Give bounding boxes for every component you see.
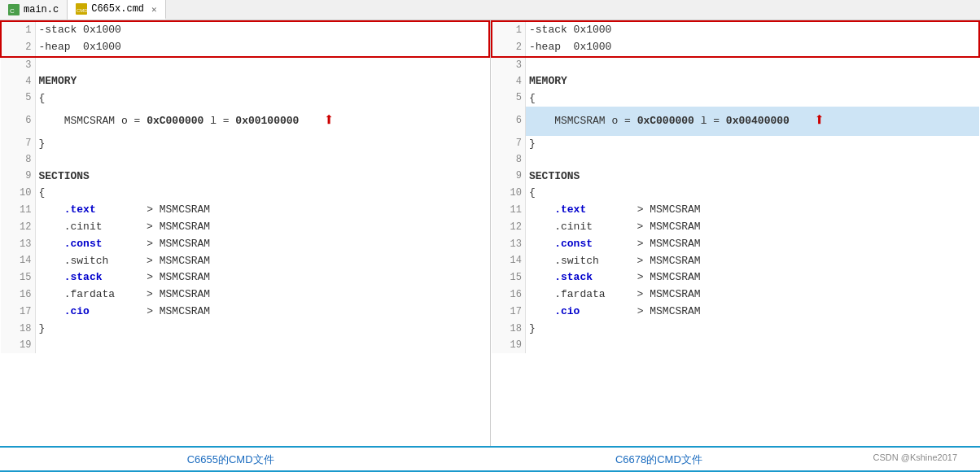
line-number: 2 (1, 39, 35, 57)
line-code (35, 152, 489, 168)
line-code: .stack > MSMCSRAM (35, 269, 489, 286)
table-row: 6 MSMCSRAM o = 0xC000000 l = 0x00100000⬆ (1, 107, 489, 135)
line-code: SECTIONS (526, 168, 980, 186)
line-code: .cinit > MSMCSRAM (526, 219, 980, 236)
table-row: 13 .const > MSMCSRAM (1, 236, 489, 253)
line-code (526, 152, 980, 168)
up-arrow-icon: ⬆ (814, 107, 825, 135)
caption-right: C6678的CMD文件 (444, 452, 873, 467)
line-code: .text > MSMCSRAM (526, 202, 980, 219)
table-row: 2-heap 0x1000 (492, 39, 980, 57)
right-caption-text: C6678的CMD文件 (615, 453, 702, 465)
line-number: 13 (1, 236, 35, 253)
line-number: 5 (1, 90, 35, 107)
line-code: .cio > MSMCSRAM (526, 304, 980, 321)
line-number: 17 (492, 304, 526, 321)
table-row: 5{ (1, 90, 489, 107)
table-row: 18} (1, 321, 489, 338)
line-number: 16 (1, 286, 35, 304)
line-number: 18 (492, 321, 526, 338)
line-code: { (35, 90, 489, 107)
tab-close-icon[interactable]: ✕ (151, 4, 157, 15)
line-code: { (35, 185, 489, 202)
table-row: 11 .text > MSMCSRAM (492, 202, 980, 219)
tab-main-c-label: main.c (24, 4, 59, 15)
line-code: MEMORY (526, 73, 980, 90)
tab-cmd[interactable]: CMD C665x.cmd ✕ (68, 0, 165, 20)
table-row: 19 (1, 338, 489, 353)
line-number: 16 (492, 286, 526, 304)
line-number: 1 (492, 21, 526, 39)
line-code: SECTIONS (35, 168, 489, 186)
line-number: 11 (492, 202, 526, 219)
line-number: 17 (1, 304, 35, 321)
left-caption-text: C6655的CMD文件 (187, 453, 274, 465)
line-code (35, 338, 489, 353)
table-row: 19 (492, 338, 980, 353)
table-row: 12 .cinit > MSMCSRAM (1, 219, 489, 236)
line-number: 3 (492, 57, 526, 73)
line-number: 11 (1, 202, 35, 219)
table-row: 18} (492, 321, 980, 338)
line-number: 12 (492, 219, 526, 236)
line-number: 4 (492, 73, 526, 90)
table-row: 10{ (1, 185, 489, 202)
line-code: .stack > MSMCSRAM (526, 269, 980, 286)
line-number: 8 (492, 152, 526, 168)
line-code: .switch > MSMCSRAM (526, 253, 980, 270)
table-row: 4MEMORY (492, 73, 980, 90)
table-row: 10{ (492, 185, 980, 202)
right-code-area[interactable]: 1-stack 0x10002-heap 0x100034MEMORY5{6 M… (491, 20, 981, 446)
right-code-table: 1-stack 0x10002-heap 0x100034MEMORY5{6 M… (491, 20, 981, 353)
left-code-table: 1-stack 0x10002-heap 0x100034MEMORY5{6 M… (0, 20, 490, 353)
line-code: MSMCSRAM o = 0xC000000 l = 0x00100000⬆ (35, 107, 489, 135)
table-row: 9SECTIONS (492, 168, 980, 186)
table-row: 17 .cio > MSMCSRAM (1, 304, 489, 321)
tab-main-c[interactable]: C main.c (0, 0, 68, 20)
line-number: 2 (492, 39, 526, 57)
line-number: 6 (1, 107, 35, 135)
line-code: -stack 0x1000 (35, 21, 489, 39)
line-code: .text > MSMCSRAM (35, 202, 489, 219)
line-code: { (526, 90, 980, 107)
line-number: 3 (1, 57, 35, 73)
line-code: .switch > MSMCSRAM (35, 253, 489, 270)
table-row: 1-stack 0x1000 (1, 21, 489, 39)
table-row: 16 .fardata > MSMCSRAM (1, 286, 489, 304)
table-row: 15 .stack > MSMCSRAM (492, 269, 980, 286)
table-row: 9SECTIONS (1, 168, 489, 186)
svg-text:C: C (10, 7, 15, 15)
table-row: 13 .const > MSMCSRAM (492, 236, 980, 253)
line-code: MEMORY (35, 73, 489, 90)
line-number: 19 (492, 338, 526, 353)
line-code: } (526, 136, 980, 153)
caption-left: C6655的CMD文件 (16, 452, 444, 467)
line-code (526, 57, 980, 73)
left-code-panel: 1-stack 0x10002-heap 0x100034MEMORY5{6 M… (0, 20, 491, 446)
line-number: 9 (492, 168, 526, 186)
table-row: 5{ (492, 90, 980, 107)
caption-bar: C6655的CMD文件 C6678的CMD文件 CSDN @Kshine2017 (0, 446, 980, 472)
line-code: -stack 0x1000 (526, 21, 980, 39)
line-number: 8 (1, 152, 35, 168)
line-code: .fardata > MSMCSRAM (526, 286, 980, 304)
line-code (526, 338, 980, 353)
line-number: 15 (1, 269, 35, 286)
line-number: 7 (492, 136, 526, 153)
line-number: 7 (1, 136, 35, 153)
table-row: 4MEMORY (1, 73, 489, 90)
line-number: 6 (492, 107, 526, 135)
line-code: .const > MSMCSRAM (526, 236, 980, 253)
line-code: .fardata > MSMCSRAM (35, 286, 489, 304)
line-number: 19 (1, 338, 35, 353)
table-row: 6 MSMCSRAM o = 0xC000000 l = 0x00400000⬆ (492, 107, 980, 135)
table-row: 2-heap 0x1000 (1, 39, 489, 57)
line-code: } (35, 321, 489, 338)
table-row: 12 .cinit > MSMCSRAM (492, 219, 980, 236)
table-row: 7} (1, 136, 489, 153)
line-code: } (526, 321, 980, 338)
left-code-area[interactable]: 1-stack 0x10002-heap 0x100034MEMORY5{6 M… (0, 20, 490, 446)
line-number: 13 (492, 236, 526, 253)
table-row: 8 (492, 152, 980, 168)
cmd-file-icon: CMD (76, 3, 87, 15)
